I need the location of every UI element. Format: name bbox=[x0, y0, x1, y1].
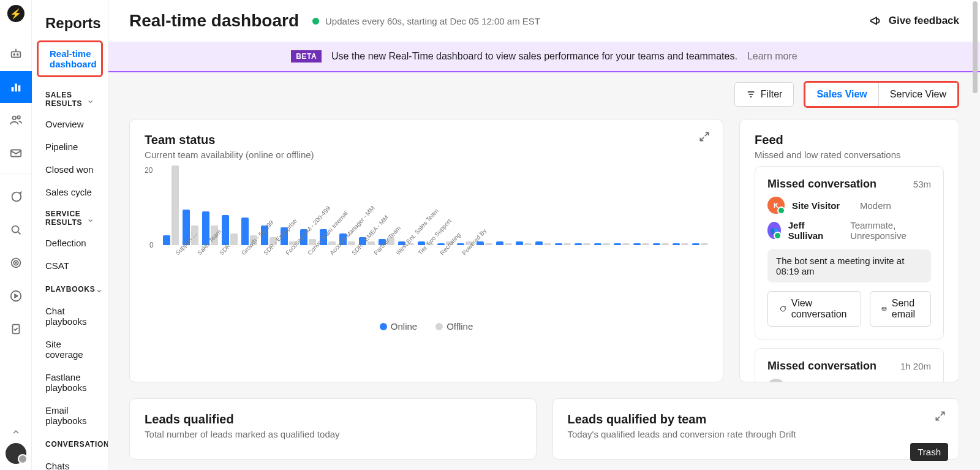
svg-rect-4 bbox=[15, 84, 17, 92]
person-avatar: TW bbox=[767, 379, 785, 382]
card-leads-qualified: Leads qualified Total number of leads ma… bbox=[129, 398, 536, 460]
panel-title: Reports bbox=[32, 9, 108, 40]
nav-item[interactable]: Site coverage bbox=[32, 333, 108, 366]
card-subtitle: Current team availability (online or off… bbox=[145, 150, 708, 160]
beta-tag: BETA bbox=[291, 50, 322, 63]
collapse-panel-icon[interactable] bbox=[11, 427, 21, 439]
banner-text: Use the new Real-Time dashboard to view … bbox=[331, 51, 737, 62]
card-title: Feed bbox=[755, 133, 944, 147]
side-panel: Reports Real-time dashboard SALES RESULT… bbox=[32, 0, 108, 470]
person-avatar: 👥 bbox=[767, 222, 781, 239]
team-status-chart bbox=[163, 166, 708, 246]
rail-target-icon[interactable] bbox=[0, 247, 32, 279]
service-view-tab[interactable]: Service View bbox=[879, 83, 957, 106]
nav-item[interactable]: Pipeline bbox=[32, 135, 108, 158]
svg-point-1 bbox=[13, 54, 15, 55]
card-leads-by-team: Leads qualified by team Today's qualifie… bbox=[552, 398, 959, 460]
card-subtitle: Missed and low rated conversations bbox=[755, 150, 944, 160]
group-playbooks[interactable]: PLAYBOOKS⌄ bbox=[32, 277, 108, 300]
nav-item[interactable]: Chats bbox=[32, 455, 108, 470]
svg-point-9 bbox=[12, 226, 18, 233]
trash-tooltip: Trash bbox=[910, 443, 948, 461]
filter-icon bbox=[746, 89, 756, 99]
main: Real-time dashboard Updates every 60s, s… bbox=[108, 0, 980, 470]
rail-search-icon[interactable] bbox=[0, 214, 32, 246]
nav-item[interactable]: Overview bbox=[32, 113, 108, 135]
expand-icon[interactable] bbox=[934, 410, 946, 425]
group-service_results[interactable]: SERVICE RESULTS⌄ bbox=[32, 203, 108, 232]
svg-rect-5 bbox=[18, 85, 20, 91]
nav-item[interactable]: Email playbooks bbox=[32, 399, 108, 432]
group-conversations[interactable]: CONVERSATIONS⌄ bbox=[32, 432, 108, 455]
card-team-status: Team status Current team availability (o… bbox=[129, 119, 723, 382]
filter-button[interactable]: Filter bbox=[734, 82, 794, 107]
feed-item[interactable]: Missed conversation53mKSite Visitor Mode… bbox=[755, 166, 944, 339]
give-feedback-button[interactable]: Give feedback bbox=[869, 14, 959, 28]
sales-view-tab[interactable]: Sales View bbox=[805, 83, 878, 106]
chevron-down-icon: ⌄ bbox=[95, 283, 103, 295]
learn-more-link[interactable]: Learn more bbox=[747, 51, 797, 62]
rail-people-icon[interactable] bbox=[0, 104, 32, 136]
svg-point-7 bbox=[17, 116, 20, 119]
group-sales_results[interactable]: SALES RESULTS⌄ bbox=[32, 85, 108, 113]
megaphone-icon bbox=[869, 14, 883, 28]
nav-item[interactable]: Sales cycle bbox=[32, 181, 108, 203]
svg-point-2 bbox=[17, 54, 18, 55]
sidebar-item-realtime[interactable]: Real-time dashboard bbox=[37, 40, 103, 77]
send-email-button[interactable]: Send email bbox=[870, 291, 931, 327]
rail-play-icon[interactable] bbox=[0, 280, 32, 312]
card-title: Team status bbox=[145, 133, 708, 147]
expand-icon[interactable] bbox=[698, 131, 710, 145]
toolbar: Filter Sales View Service View bbox=[108, 72, 980, 114]
svg-point-12 bbox=[15, 262, 17, 263]
svg-point-6 bbox=[12, 116, 16, 120]
svg-rect-0 bbox=[11, 51, 20, 57]
rail-mail-icon[interactable] bbox=[0, 137, 32, 169]
icon-rail: ⚡ bbox=[0, 0, 32, 470]
beta-banner: BETA Use the new Real-Time dashboard to … bbox=[108, 42, 980, 72]
user-avatar[interactable] bbox=[6, 443, 26, 464]
chevron-down-icon: ⌄ bbox=[86, 213, 94, 224]
nav-item[interactable]: Chat playbooks bbox=[32, 300, 108, 333]
feed-item[interactable]: Missed conversation1h 20mTWThomas Willia… bbox=[755, 348, 944, 382]
logo-icon[interactable]: ⚡ bbox=[7, 5, 24, 22]
rail-reports-icon[interactable] bbox=[0, 71, 32, 103]
person-avatar: K bbox=[767, 197, 785, 214]
update-status: Updates every 60s, starting at Dec 05 12… bbox=[312, 16, 540, 26]
svg-rect-3 bbox=[11, 87, 13, 91]
chevron-down-icon: ⌄ bbox=[86, 94, 94, 105]
card-feed: Feed Missed and low rated conversations … bbox=[739, 119, 959, 382]
nav-item[interactable]: Closed won bbox=[32, 158, 108, 181]
status-dot-icon bbox=[312, 18, 319, 25]
view-conversation-button[interactable]: View conversation bbox=[767, 291, 861, 327]
page-title: Real-time dashboard bbox=[129, 11, 299, 31]
rail-clipboard-icon[interactable] bbox=[0, 313, 32, 345]
nav-item[interactable]: Deflection bbox=[32, 232, 108, 254]
rail-chat-icon[interactable] bbox=[0, 181, 32, 213]
nav-item[interactable]: Fastlane playbooks bbox=[32, 366, 108, 399]
view-toggle: Sales View Service View bbox=[804, 81, 959, 108]
rail-bot-icon[interactable] bbox=[0, 38, 32, 70]
nav-item[interactable]: CSAT bbox=[32, 254, 108, 277]
scrollbar[interactable] bbox=[970, 0, 980, 470]
